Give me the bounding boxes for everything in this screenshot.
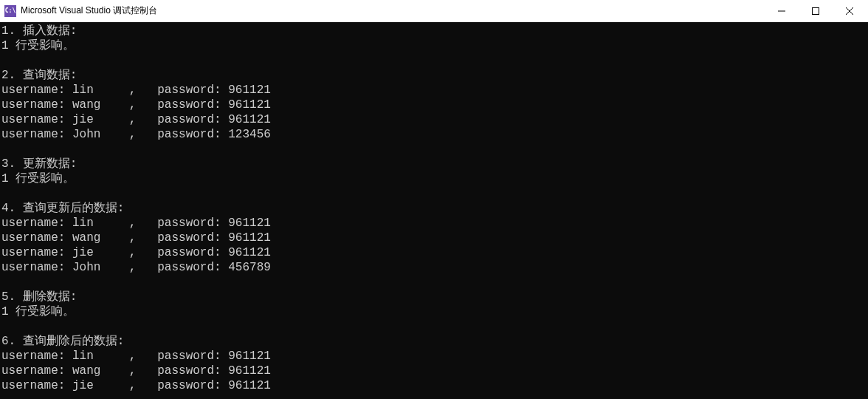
blank-line	[1, 142, 868, 157]
data-row: username: John , password: 123456	[1, 127, 868, 142]
result-line: 1 行受影响。	[1, 171, 868, 186]
minimize-icon	[778, 7, 785, 15]
minimize-button[interactable]	[765, 0, 799, 21]
window-title: Microsoft Visual Studio 调试控制台	[21, 4, 157, 17]
data-row: username: lin , password: 961121	[1, 83, 868, 98]
section-header: 2. 查询数据:	[1, 68, 868, 83]
data-row: username: lin , password: 961121	[1, 216, 868, 231]
data-row: username: jie , password: 961121	[1, 112, 868, 127]
console-output[interactable]: 1. 插入数据:1 行受影响。2. 查询数据:username: lin , p…	[0, 22, 868, 399]
blank-line	[1, 186, 868, 201]
console-window: C:\ Microsoft Visual Studio 调试控制台 1. 插入数…	[0, 0, 868, 399]
section-header: 6. 查询删除后的数据:	[1, 334, 868, 349]
data-row: username: wang , password: 961121	[1, 98, 868, 112]
section-header: 5. 删除数据:	[1, 290, 868, 304]
data-row: username: wang , password: 961121	[1, 364, 868, 378]
app-icon: C:\	[4, 5, 16, 17]
maximize-button[interactable]	[799, 0, 833, 21]
data-row: username: John , password: 456789	[1, 260, 868, 275]
data-row: username: wang , password: 961121	[1, 231, 868, 245]
maximize-icon	[812, 7, 819, 15]
blank-line	[1, 275, 868, 290]
section-header: 3. 更新数据:	[1, 157, 868, 171]
close-icon	[846, 7, 853, 15]
section-header: 4. 查询更新后的数据:	[1, 201, 868, 216]
window-controls	[765, 0, 867, 21]
svg-rect-0	[813, 7, 819, 14]
title-bar[interactable]: C:\ Microsoft Visual Studio 调试控制台	[0, 0, 868, 22]
result-line: 1 行受影响。	[1, 38, 868, 53]
section-header: 1. 插入数据:	[1, 24, 868, 38]
blank-line	[1, 319, 868, 334]
blank-line	[1, 53, 868, 68]
data-row: username: jie , password: 961121	[1, 245, 868, 260]
data-row: username: lin , password: 961121	[1, 349, 868, 364]
close-button[interactable]	[833, 0, 867, 21]
data-row: username: jie , password: 961121	[1, 378, 868, 393]
result-line: 1 行受影响。	[1, 304, 868, 319]
